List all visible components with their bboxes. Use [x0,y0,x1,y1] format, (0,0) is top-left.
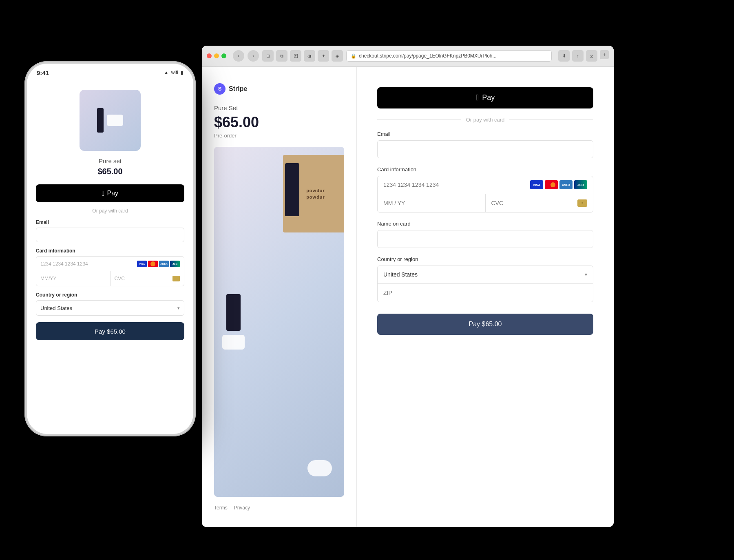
phone-divider-text: Or pay with card [92,208,128,214]
product-small-container [307,460,332,476]
lock-icon: 🔒 [351,53,356,59]
battery-icon: ▮ [181,70,184,75]
minimize-window-button[interactable] [214,53,219,58]
phone-chevron-down-icon: ▾ [177,305,180,311]
stripe-logo-icon: S [214,83,226,95]
phone-card-number-placeholder: 1234 1234 1234 1234 [40,261,137,267]
phone-country-label: Country or region [36,292,184,298]
country-select[interactable]: United States ▾ [378,266,593,284]
phone-card-expiry-row: MM/YY CVC [36,271,184,286]
bookmark-icon[interactable]: ✦ [318,50,329,62]
phone-divider-line-left [36,211,88,211]
tab-overview-icon[interactable]: ⊡ [262,50,274,62]
phone-cvc-chip-icon [172,276,180,281]
product-tall-bottle [285,163,299,216]
name-on-card-input[interactable] [377,230,593,248]
name-label: Name on card [377,221,593,227]
download-icon[interactable]: ⬇ [558,50,570,62]
phone-screen: 9:41 ▲ wifi ▮ Pure set $65.00  [27,64,193,434]
pay-button-label: Pay $65.00 [469,321,502,328]
phone-apple-pay-button[interactable]:  Pay [36,184,184,202]
brand-text-powdur-2: powdur [306,195,325,199]
chevron-down-icon: ▾ [585,272,587,277]
card-expiry-input[interactable] [378,194,486,212]
apple-logo-icon:  [476,93,479,102]
jcb-icon: JCB [574,180,587,189]
name-field-group: Name on card [377,221,593,248]
phone-visa-icon: VISA [137,261,147,267]
product-price: $65.00 [214,114,344,131]
mobile-phone: 9:41 ▲ wifi ▮ Pure set $65.00  [24,61,196,436]
shield-icon[interactable]: ◑ [304,50,315,62]
phone-amex-icon: AMEX [159,261,169,267]
terms-area: Terms Privacy [214,497,344,511]
phone-email-label: Email [36,219,184,225]
signal-icon: ▲ [164,70,169,75]
phone-product-name: Pure set [36,157,184,164]
right-panel:  Pay Or pay with card Email Card inform… [357,67,614,527]
new-tab-button[interactable]: + [600,50,609,59]
pay-button[interactable]: Pay $65.00 [377,314,593,335]
share-icon[interactable]: ↑ [572,50,584,62]
phone-pay-button-label: Pay $65.00 [95,328,126,335]
close-window-button[interactable] [207,53,212,58]
phone-time: 9:41 [37,69,49,76]
country-group: United States ▾ [377,266,593,302]
zip-input[interactable] [378,284,593,302]
phone-mastercard-icon [148,261,158,267]
sidebar-icon[interactable]: ⧖ [586,50,597,62]
terms-link[interactable]: Terms [214,505,228,511]
forward-button[interactable]: › [248,50,259,62]
phone-product-jar [107,115,123,126]
card-cvc-wrap: ≡ [486,194,593,212]
address-bar[interactable]: 🔒 checkout.stripe.com/pay/ppage_1EOlnGFK… [346,50,552,62]
card-number-input[interactable] [383,182,530,188]
card-expiry-cvc-row: ≡ [378,194,593,212]
extensions-icon[interactable]: ⧉ [276,50,287,62]
back-button[interactable]: ‹ [233,50,244,62]
cvc-chip-icon: ≡ [577,199,587,207]
phone-status-bar: 9:41 ▲ wifi ▮ [27,64,193,82]
phone-country-value: United States [40,305,177,311]
visa-icon: VISA [530,180,543,189]
phone-product-price: $65.00 [36,167,184,176]
password-icon[interactable]: ⚿ [290,50,301,62]
traffic-lights [207,53,226,58]
phone-country-group: United States ▾ [36,300,184,316]
stripe-logo-area: S Stripe [214,83,344,95]
phone-country-select[interactable]: United States ▾ [36,301,184,315]
phone-status-icons: ▲ wifi ▮ [164,70,184,75]
product-bg-area: powdur powdur [273,147,344,497]
pocket-icon[interactable]: ◈ [332,50,343,62]
address-text: checkout.stripe.com/pay/ppage_1EOlnGFKnp… [359,53,497,59]
phone-card-info-group: 1234 1234 1234 1234 VISA AMEX JCB MM/YY … [36,256,184,286]
brand-text-powdur-1: powdur [306,188,325,193]
browser-right-icons: ⬇ ↑ ⧖ + [558,50,609,62]
privacy-link[interactable]: Privacy [234,505,250,511]
apple-pay-button[interactable]:  Pay [377,87,593,108]
browser-chrome: ‹ › ⊡ ⧉ ⚿ ◑ ✦ ◈ 🔒 checkout.stripe.com/pa… [202,46,614,67]
phone-divider: Or pay with card [36,208,184,214]
phone-card-label: Card information [36,248,184,254]
phone-content: Pure set $65.00  Pay Or pay with card E… [27,82,193,434]
phone-divider-line-right [132,211,184,211]
or-pay-divider: Or pay with card [377,117,593,123]
stripe-brand-name: Stripe [229,85,247,93]
phone-card-number-row: 1234 1234 1234 1234 VISA AMEX JCB [36,257,184,271]
phone-card-icons: VISA AMEX JCB [137,261,180,267]
phone-pay-button[interactable]: Pay $65.00 [36,322,184,340]
left-panel: S Stripe Pure Set $65.00 Pre-order powdu… [202,67,357,527]
phone-cvc-row: CVC [111,271,184,286]
maximize-window-button[interactable] [221,53,226,58]
card-cvc-input[interactable] [491,200,578,206]
divider-line-left [377,120,461,120]
amex-icon: AMEX [559,180,573,189]
apple-pay-label: Pay [482,93,495,102]
email-input[interactable] [377,140,593,158]
apple-logo-icon:  [102,189,105,198]
card-field-group: Card information VISA AMEX JCB [377,166,593,212]
browser-toolbar-icons: ⊡ ⧉ ⚿ ◑ ✦ ◈ [262,50,343,62]
country-label: Country or region [377,256,593,262]
card-number-row: VISA AMEX JCB [378,176,593,194]
phone-email-input[interactable] [36,228,184,242]
